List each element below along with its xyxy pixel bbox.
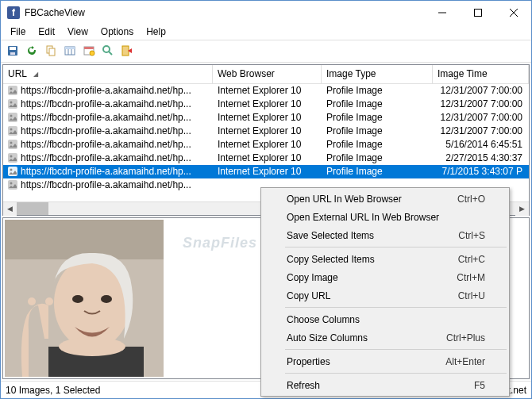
cell-time: 12/31/2007 7:00:00	[433, 112, 529, 123]
svg-line-19	[109, 52, 112, 55]
svg-point-17	[90, 51, 94, 56]
cell-browser: Internet Explorer 10	[213, 85, 322, 96]
svg-rect-29	[8, 140, 17, 149]
table-row[interactable]: https://fbcdn-profile-a.akamaihd.net/hp.…	[3, 165, 529, 178]
properties-icon[interactable]	[80, 42, 98, 59]
svg-rect-23	[8, 99, 17, 109]
toolbar	[1, 40, 531, 63]
column-type[interactable]: Image Type	[322, 65, 433, 83]
column-url[interactable]: URL◢	[3, 65, 213, 83]
svg-point-28	[10, 129, 13, 131]
svg-rect-35	[8, 180, 17, 190]
window-title: FBCacheView	[25, 7, 424, 18]
image-icon	[8, 126, 17, 136]
scroll-right-icon[interactable]: ▶	[515, 202, 529, 216]
cm-separator	[285, 247, 507, 247]
cm-save-selected[interactable]: Save Selected ItemsCtrl+S	[263, 226, 507, 244]
context-menu: Open URL In Web BrowserCtrl+O Open Exter…	[260, 187, 510, 397]
table-row[interactable]: https://fbcdn-profile-a.akamaihd.net/hp.…	[3, 125, 529, 138]
table-row[interactable]: https://fbcdn-profile-a.akamaihd.net/hp.…	[3, 138, 529, 152]
minimize-button[interactable]	[424, 1, 460, 25]
cell-url: https://fbcdn-profile-a.akamaihd.net/hp.…	[21, 112, 191, 123]
table-row[interactable]: https://fbcdn-profile-a.akamaihd.net/hp.…	[3, 84, 529, 98]
image-icon	[8, 113, 17, 122]
cell-type: Profile Image	[322, 139, 433, 150]
cell-time: 12/31/2007 7:00:00	[433, 98, 529, 109]
cell-browser: Internet Explorer 10	[213, 125, 322, 136]
svg-point-40	[72, 295, 83, 303]
cell-browser: Internet Explorer 10	[213, 152, 322, 163]
svg-rect-10	[49, 48, 55, 56]
menu-view[interactable]: View	[61, 25, 94, 39]
cm-refresh[interactable]: RefreshF5	[263, 376, 507, 394]
svg-rect-16	[84, 47, 94, 49]
app-icon: f	[7, 6, 20, 19]
cm-copy-url[interactable]: Copy URLCtrl+U	[263, 286, 507, 305]
table-row[interactable]: https://fbcdn-profile-a.akamaihd.net/hp.…	[3, 111, 529, 125]
columns-icon[interactable]	[61, 42, 79, 59]
svg-rect-20	[122, 46, 129, 56]
cell-browser: Internet Explorer 10	[213, 112, 322, 123]
maximize-button[interactable]	[460, 1, 495, 25]
cm-auto-size[interactable]: Auto Size ColumnsCtrl+Plus	[263, 328, 507, 347]
cell-browser: Internet Explorer 10	[213, 98, 322, 109]
cm-copy-image[interactable]: Copy ImageCtrl+M	[263, 268, 507, 286]
cm-open-url[interactable]: Open URL In Web BrowserCtrl+O	[263, 190, 507, 208]
exit-icon[interactable]	[118, 42, 136, 59]
image-icon	[8, 86, 17, 95]
refresh-icon[interactable]	[23, 42, 40, 59]
table-row[interactable]: https://fbcdn-profile-a.akamaihd.net/hp.…	[3, 98, 529, 111]
svg-rect-31	[8, 153, 17, 163]
cell-url: https://fbcdn-profile-a.akamaihd.net/hp.…	[21, 98, 191, 109]
image-icon	[8, 180, 17, 190]
copy-icon[interactable]	[42, 42, 60, 59]
save-icon[interactable]	[4, 42, 21, 59]
cm-choose-columns[interactable]: Choose Columns	[263, 310, 507, 328]
column-time[interactable]: Image Time	[433, 65, 529, 83]
svg-rect-33	[8, 167, 17, 176]
image-icon	[8, 99, 17, 109]
svg-point-26	[10, 115, 13, 117]
cell-browser: Internet Explorer 10	[213, 166, 322, 177]
cell-url: https://fbcdn-profile-a.akamaihd.net/hp.…	[21, 152, 191, 163]
svg-point-41	[101, 295, 112, 303]
cell-url: https://fbcdn-profile-a.akamaihd.net/hp.…	[21, 166, 191, 177]
scroll-thumb[interactable]	[17, 202, 48, 215]
menu-help[interactable]: Help	[140, 25, 172, 39]
cm-separator	[285, 373, 507, 374]
cm-copy-selected[interactable]: Copy Selected ItemsCtrl+C	[263, 250, 507, 268]
close-button[interactable]	[495, 1, 531, 25]
scroll-left-icon[interactable]: ◀	[3, 202, 17, 216]
menu-options[interactable]: Options	[94, 25, 140, 39]
svg-point-32	[10, 155, 13, 158]
cell-type: Profile Image	[322, 166, 433, 177]
svg-point-18	[103, 46, 110, 52]
menu-file[interactable]: File	[4, 25, 32, 39]
column-browser[interactable]: Web Browser	[213, 65, 322, 83]
svg-point-44	[28, 297, 36, 305]
svg-rect-7	[10, 47, 16, 50]
svg-point-43	[59, 337, 125, 356]
table-row[interactable]: https://fbcdn-profile-a.akamaihd.net/hp.…	[3, 152, 529, 165]
cell-time: 7/1/2015 3:43:07 P	[433, 166, 529, 177]
find-icon[interactable]	[99, 42, 117, 59]
cell-type: Profile Image	[322, 152, 433, 163]
svg-point-45	[45, 297, 53, 305]
cell-time: 12/31/2007 7:00:00	[433, 85, 529, 96]
image-icon	[8, 140, 17, 149]
cm-separator	[285, 307, 507, 308]
svg-point-22	[10, 88, 13, 90]
column-headers: URL◢ Web Browser Image Type Image Time	[3, 65, 529, 84]
cell-url: https://fbcdn-profile-a.akamaihd.net/hp.…	[21, 179, 191, 190]
menu-edit[interactable]: Edit	[32, 25, 61, 39]
sort-indicator-icon: ◢	[33, 71, 38, 78]
svg-rect-8	[10, 52, 15, 55]
svg-rect-14	[65, 47, 75, 49]
cm-open-external[interactable]: Open External URL In Web Browser	[263, 208, 507, 226]
cm-properties[interactable]: PropertiesAlt+Enter	[263, 352, 507, 370]
svg-point-30	[10, 142, 13, 144]
list-body[interactable]: https://fbcdn-profile-a.akamaihd.net/hp.…	[3, 84, 529, 201]
cell-type: Profile Image	[322, 125, 433, 136]
cell-time: 5/16/2014 6:45:51	[433, 139, 529, 150]
svg-rect-25	[8, 113, 17, 122]
